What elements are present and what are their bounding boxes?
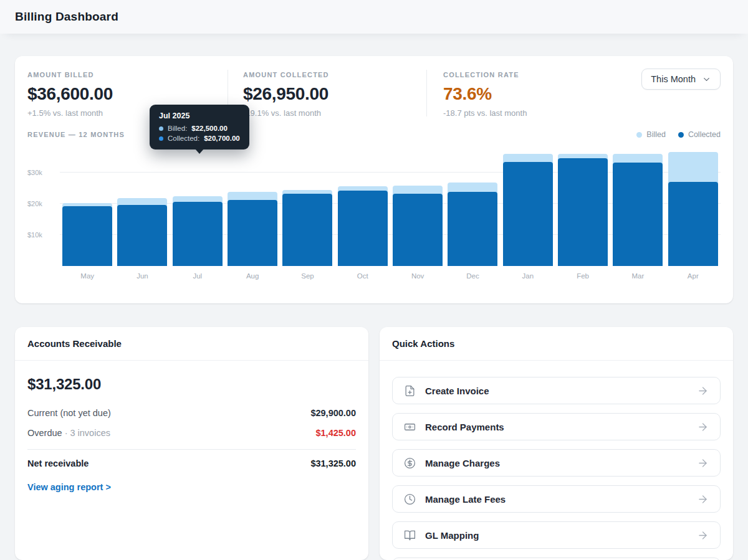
- net-receivable-label: Net receivable: [27, 458, 89, 468]
- chart-title: REVENUE — 12 MONTHS: [27, 131, 125, 138]
- arrow-right-icon: [697, 457, 709, 469]
- collected-bar[interactable]: [62, 206, 112, 266]
- collected-bar[interactable]: [393, 194, 443, 266]
- receivable-row-net: Net receivable $31,325.00: [27, 453, 356, 473]
- dollar-circle-icon: [404, 457, 416, 469]
- chart-plot: [60, 148, 721, 266]
- bar-group-jul[interactable]: [173, 148, 223, 266]
- bar-slot: [666, 148, 721, 266]
- tooltip-row-collected: Collected: $20,700.00: [159, 135, 240, 142]
- current-value: $29,900.00: [310, 408, 356, 418]
- kpi-row: AMOUNT BILLED $36,600.00 +1.5% vs. last …: [27, 69, 721, 118]
- chevron-down-icon: [702, 75, 711, 84]
- accounts-receivable-card: Accounts Receivable $31,325.00 Current (…: [15, 327, 368, 560]
- quick-actions-title: Quick Actions: [380, 327, 733, 361]
- collected-bar[interactable]: [613, 163, 663, 267]
- kpi-collected-value: $26,950.00: [243, 84, 426, 104]
- bar-slot: [280, 148, 335, 266]
- tooltip-dot-billed: [159, 126, 163, 131]
- banknote-icon: [404, 421, 416, 433]
- receivable-total: $31,325.00: [27, 376, 356, 393]
- kpi-collected-delta: -19.1% vs. last month: [243, 108, 426, 118]
- x-axis-label: May: [60, 272, 115, 280]
- chart-legend: Billed Collected: [636, 130, 721, 139]
- page-title: Billing Dashboard: [15, 10, 118, 24]
- overdue-value: $1,425.00: [315, 428, 356, 438]
- y-axis-tick: $30k: [27, 169, 52, 176]
- divider: [27, 449, 356, 450]
- bar-group-apr[interactable]: [668, 148, 718, 266]
- bar-slot: [115, 148, 170, 266]
- bar-group-aug[interactable]: [228, 148, 277, 266]
- collected-bar[interactable]: [228, 200, 277, 266]
- kpi-rate-label: COLLECTION RATE: [443, 71, 602, 78]
- view-aging-report-link[interactable]: View aging report >: [27, 482, 111, 492]
- x-axis-label: Apr: [666, 272, 721, 280]
- bar-group-feb[interactable]: [558, 148, 608, 266]
- collected-bar[interactable]: [668, 182, 718, 266]
- collected-bar[interactable]: [448, 192, 497, 266]
- create-invoice-button[interactable]: Create Invoice: [392, 377, 721, 404]
- collected-bar[interactable]: [173, 202, 223, 267]
- record-payments-button[interactable]: Record Payments: [392, 413, 721, 440]
- bar-slot: [445, 148, 500, 266]
- arrow-right-icon: [697, 421, 709, 433]
- bar-slot: [335, 148, 390, 266]
- bar-group-jun[interactable]: [117, 148, 167, 266]
- receivable-row-current: Current (not yet due) $29,900.00: [27, 403, 356, 423]
- manage-charges-button[interactable]: Manage Charges: [392, 449, 721, 477]
- manage-late-fees-label: Manage Late Fees: [425, 494, 506, 505]
- gl-mapping-button[interactable]: GL Mapping: [392, 521, 721, 549]
- bar-group-nov[interactable]: [393, 148, 443, 266]
- tooltip-arrow: [195, 149, 204, 154]
- overdue-count: · 3 invoices: [65, 428, 110, 438]
- period-select[interactable]: This Month: [641, 69, 721, 90]
- bar-slot: [225, 148, 280, 266]
- arrow-right-icon: [697, 385, 709, 397]
- bar-group-sep[interactable]: [282, 148, 332, 266]
- bar-slot: [60, 148, 115, 266]
- tooltip-billed-label: Billed:: [168, 125, 187, 132]
- receivable-row-overdue: Overdue· 3 invoices $1,425.00: [27, 423, 356, 443]
- chart-tooltip: Jul 2025 Billed: $22,500.00 Collected: $…: [150, 105, 249, 149]
- legend-label-billed: Billed: [646, 130, 666, 139]
- tooltip-title: Jul 2025: [159, 112, 240, 120]
- bar-slot: [610, 148, 665, 266]
- clock-icon: [404, 493, 416, 505]
- y-axis-tick: $10k: [27, 231, 52, 239]
- legend-dot-collected: [678, 132, 684, 138]
- gl-mapping-label: GL Mapping: [425, 530, 479, 541]
- collected-bar[interactable]: [117, 205, 167, 266]
- quick-action-partial-button[interactable]: [392, 558, 721, 560]
- bar-slot: [390, 148, 445, 266]
- billing-overview-card: AMOUNT BILLED $36,600.00 +1.5% vs. last …: [15, 56, 733, 303]
- file-plus-icon: [404, 385, 416, 397]
- book-open-icon: [404, 529, 416, 541]
- tooltip-dot-collected: [159, 136, 163, 141]
- current-label: Current (not yet due): [27, 408, 111, 418]
- tooltip-collected-label: Collected:: [168, 135, 199, 142]
- bar-group-mar[interactable]: [613, 148, 663, 266]
- bar-group-may[interactable]: [62, 148, 112, 266]
- bar-group-dec[interactable]: [448, 148, 497, 266]
- kpi-amount-collected: AMOUNT COLLECTED $26,950.00 -19.1% vs. l…: [228, 69, 426, 118]
- manage-charges-label: Manage Charges: [425, 458, 500, 468]
- create-invoice-label: Create Invoice: [425, 386, 489, 396]
- bar-group-oct[interactable]: [338, 148, 388, 266]
- kpi-billed-value: $36,600.00: [27, 84, 228, 104]
- collected-bar[interactable]: [338, 191, 388, 266]
- legend-label-collected: Collected: [688, 130, 721, 139]
- x-axis-label: Aug: [225, 272, 280, 280]
- x-axis-label: Jul: [170, 272, 225, 280]
- manage-late-fees-button[interactable]: Manage Late Fees: [392, 485, 721, 513]
- x-axis-label: Jan: [501, 272, 555, 280]
- collected-bar[interactable]: [558, 158, 608, 266]
- kpi-rate-delta: -18.7 pts vs. last month: [443, 108, 602, 118]
- accounts-receivable-title: Accounts Receivable: [15, 327, 368, 361]
- kpi-collected-label: AMOUNT COLLECTED: [243, 71, 426, 78]
- collected-bar[interactable]: [282, 194, 332, 266]
- overdue-label: Overdue· 3 invoices: [27, 428, 110, 438]
- x-axis-label: Feb: [555, 272, 610, 280]
- bar-group-jan[interactable]: [503, 148, 553, 266]
- collected-bar[interactable]: [503, 162, 553, 266]
